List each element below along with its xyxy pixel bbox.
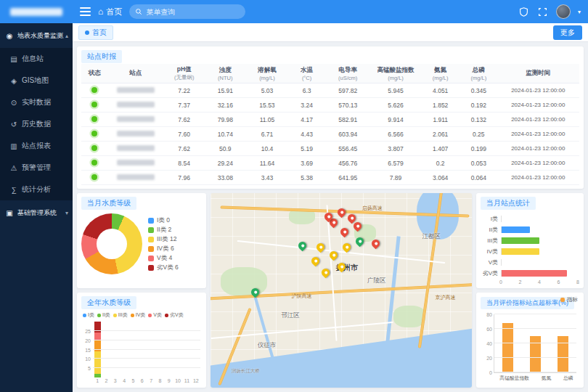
sidebar-item-realtime-data[interactable]: ⊙实时数据	[0, 91, 73, 113]
vbar-bars	[494, 314, 576, 372]
legend-item[interactable]: IV类 6	[148, 245, 179, 253]
dashboard-grid: 当月水质等级 I类 0II类 2III类 12IV类 6V类 4劣V类 6 全年…	[77, 193, 584, 388]
cell-value: 0.345	[460, 83, 497, 98]
map-pin-yellow[interactable]	[310, 256, 322, 267]
fullscreen-icon[interactable]	[537, 6, 549, 17]
cell-value: 8.54	[163, 156, 205, 171]
category-label: 氨氮	[542, 375, 552, 382]
gridline	[93, 358, 200, 359]
year-stack-chart: 510152025	[93, 322, 200, 377]
legend-item[interactable]: V类 4	[148, 254, 179, 263]
station-name-redacted	[117, 160, 155, 166]
hamburger-icon[interactable]	[80, 7, 91, 16]
topbar: ⌂ 首页 ▾	[73, 0, 588, 23]
vbar-legend-label: 指标	[567, 296, 578, 303]
table-row: 8.5429.2411.643.69456.766.5790.20.053202…	[81, 156, 579, 171]
table-row: 7.3732.1615.533.24570.135.6261.8520.1922…	[81, 98, 579, 113]
legend-item[interactable]: V类	[148, 311, 162, 319]
tab-home[interactable]: 首页	[78, 25, 113, 40]
table-row: 7.9633.083.435.38641.957.893.0640.064202…	[81, 171, 579, 185]
station-name-redacted	[117, 87, 155, 93]
map-pin-red[interactable]	[338, 226, 350, 238]
menu-base-manage[interactable]: ▣基础管理系统▾	[0, 200, 73, 225]
cell-value: 1.407	[420, 142, 460, 156]
menu-surface-water[interactable]: ◉地表水质量监测系统▴	[0, 23, 73, 48]
map-pin-green[interactable]	[297, 240, 309, 251]
sidebar-item-stat-analysis[interactable]: ∑统计分析	[0, 179, 73, 200]
status-ok-dot	[91, 131, 97, 136]
x-tick-label: 7	[147, 378, 155, 383]
cell-value: 0.25	[460, 127, 497, 142]
bar-segment	[94, 340, 101, 351]
x-tick-label: 6	[138, 378, 147, 383]
legend-item[interactable]: I类	[83, 311, 94, 319]
cell-value: 456.76	[325, 156, 371, 171]
legend-item[interactable]: 劣V类 6	[148, 264, 179, 272]
sidebar-item-gis-map[interactable]: ◈GIS地图	[0, 70, 73, 91]
more-button[interactable]: 更多	[553, 25, 582, 40]
legend-swatch	[148, 227, 154, 233]
search-input[interactable]	[146, 8, 233, 16]
cell-value: 3.807	[371, 142, 421, 156]
gridline	[93, 367, 200, 368]
legend-swatch	[148, 246, 154, 252]
cell-value: 32.16	[205, 98, 246, 113]
table-row: 7.2215.915.036.3597.825.9454.0510.345202…	[81, 83, 579, 98]
map-panel[interactable]: 扬州市江都区广陵区邗江区仪征市沪陕高速京沪高速启扬高速润扬长江大桥	[211, 193, 472, 388]
x-tick-label: 6	[558, 279, 560, 285]
legend-item[interactable]: I类 0	[148, 216, 179, 225]
hbar-row: II类	[482, 224, 576, 235]
legend-item[interactable]: 劣V类	[165, 311, 184, 319]
sidebar-item-alarm-manage[interactable]: ⚠预警管理	[0, 157, 73, 179]
gridline	[93, 340, 200, 340]
legend-item[interactable]: IV类	[131, 311, 146, 319]
map-road	[211, 322, 393, 339]
legend-item[interactable]: III类 12	[148, 235, 179, 244]
vbar-legend[interactable]: 指标	[560, 296, 578, 303]
legend-item[interactable]: II类	[97, 311, 110, 319]
map-label: 广陵区	[367, 277, 386, 285]
breadcrumb-home[interactable]: ⌂ 首页	[98, 7, 122, 17]
vbar-chart: 020406080	[494, 314, 576, 373]
table-row: 7.6250.910.45.19556.453.8071.4070.199202…	[81, 142, 579, 156]
col-header: 溶解氧(mg/L)	[246, 64, 289, 83]
col-header: 站点	[107, 64, 163, 83]
cell-value: 597.82	[325, 83, 371, 98]
history-icon: ↺	[9, 121, 19, 128]
chevron-down-icon[interactable]: ▾	[578, 9, 581, 15]
x-tick-label: 12	[192, 378, 200, 383]
cell-value: 556.45	[325, 142, 371, 156]
map-pin-red[interactable]	[336, 207, 348, 219]
status-ok-dot	[91, 145, 97, 151]
cell-value: 641.95	[325, 171, 371, 185]
sidebar-item-history-data[interactable]: ↺历史数据	[0, 113, 73, 135]
map-pin-yellow[interactable]	[320, 267, 332, 279]
legend-swatch	[148, 256, 154, 261]
map-pin-yellow[interactable]	[315, 242, 327, 253]
x-tick-label: 1	[93, 378, 102, 383]
y-tick-label: 20	[486, 356, 492, 361]
base-icon: ▣	[4, 209, 15, 217]
alarm-icon: ⚠	[9, 164, 19, 172]
year-grade-panel: 全年水质等级 I类II类III类IV类V类劣V类 510152025 12345…	[77, 293, 206, 388]
map-label: 启扬高速	[362, 205, 383, 212]
cell-time: 2024-01-23 12:00:00	[497, 98, 579, 113]
col-header: 电导率(uS/cm)	[325, 64, 371, 83]
station-table: 状态站点pH值(无量纲)浊度(NTU)溶解氧(mg/L)水温(°C)电导率(uS…	[81, 64, 579, 185]
cell-value: 4.17	[288, 113, 325, 127]
exceed-rate-panel: 当月评价指标站点超标率(%) 指标 020406080 高锰酸盐指数氨氮总磷	[476, 293, 584, 388]
panel-title-station-report: 站点时报	[81, 50, 122, 63]
status-ok-dot	[91, 87, 97, 93]
table-row: 7.6279.9811.054.17582.919.9141.9110.1322…	[81, 113, 579, 127]
y-tick-label: 80	[486, 312, 492, 317]
category-label: I类	[482, 215, 501, 223]
cell-value: 11.64	[246, 156, 289, 171]
shield-icon[interactable]	[518, 6, 530, 17]
sidebar-item-info-station[interactable]: ▤信息站	[0, 48, 73, 70]
sidebar-item-station-report[interactable]: ▥站点报表	[0, 135, 73, 157]
legend-item[interactable]: II类 2	[148, 226, 179, 234]
cell-value: 5.38	[288, 171, 325, 185]
avatar[interactable]	[556, 4, 571, 19]
gridline	[494, 328, 576, 329]
legend-item[interactable]: III类	[113, 311, 128, 319]
